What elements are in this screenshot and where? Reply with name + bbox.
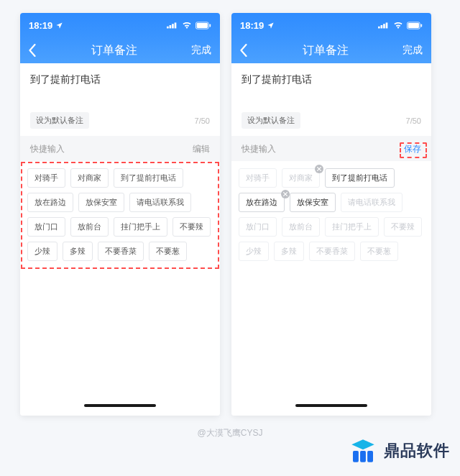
set-default-button[interactable]: 设为默认备注 [242, 112, 300, 129]
quick-tag[interactable]: 放保安室 [78, 193, 124, 212]
page-title: 订单备注 [91, 43, 137, 58]
edit-button[interactable]: 编辑 [193, 143, 210, 155]
signal-icon [378, 22, 390, 29]
brand-logo: 鼎品软件 [348, 436, 450, 466]
nav-bar: 订单备注 完成 [231, 37, 431, 63]
quick-input-label: 快捷输入 [242, 143, 276, 155]
quick-tag[interactable]: 少辣 [239, 242, 269, 261]
quick-tag[interactable]: 放在路边 [239, 193, 285, 212]
page-title: 订单备注 [303, 43, 349, 58]
brand-icon [348, 436, 378, 466]
wifi-icon [393, 22, 403, 29]
status-bar: 18:19 [20, 13, 220, 37]
remove-tag-icon[interactable] [281, 190, 290, 198]
svg-rect-14 [353, 451, 359, 462]
quick-tag[interactable]: 放门口 [239, 217, 277, 237]
remove-tag-icon[interactable] [315, 165, 323, 173]
done-button[interactable]: 完成 [402, 44, 423, 57]
home-indicator[interactable] [295, 404, 367, 407]
svg-rect-1 [170, 25, 172, 28]
quick-tag[interactable]: 多辣 [63, 242, 93, 261]
home-indicator[interactable] [84, 404, 156, 407]
quick-tag[interactable]: 挂门把手上 [114, 217, 167, 237]
quick-tags-panel: 对骑手对商家到了提前打电话放在路边放保安室请电话联系我放门口放前台挂门把手上不要… [231, 161, 431, 270]
quick-tag[interactable]: 对商家 [282, 168, 320, 188]
quick-tag[interactable]: 请电话联系我 [341, 193, 402, 212]
svg-rect-6 [209, 24, 211, 27]
quick-tags-panel: 对骑手对商家到了提前打电话放在路边放保安室请电话联系我放门口放前台挂门把手上不要… [20, 161, 220, 270]
note-text: 到了提前打电话 [242, 73, 421, 108]
svg-rect-2 [172, 24, 174, 28]
location-arrow-icon [267, 22, 275, 29]
quick-tag[interactable]: 多辣 [274, 242, 304, 261]
note-text: 到了提前打电话 [30, 73, 210, 108]
nav-bar: 订单备注 完成 [20, 37, 220, 63]
quick-tag[interactable]: 放在路边 [27, 193, 73, 212]
svg-rect-12 [408, 23, 419, 28]
quick-tag[interactable]: 对商家 [70, 168, 109, 188]
quick-tag[interactable]: 对骑手 [27, 168, 65, 188]
note-area[interactable]: 到了提前打电话 设为默认备注 7/50 [20, 63, 220, 136]
wifi-icon [182, 22, 192, 29]
svg-rect-15 [360, 451, 366, 462]
battery-icon [407, 22, 423, 29]
quick-tag[interactable]: 不要葱 [360, 242, 398, 261]
status-time: 18:19 [29, 20, 52, 31]
location-arrow-icon [55, 22, 63, 29]
status-bar: 18:19 [231, 13, 431, 37]
phone-screenshot-right: 18:19 订单备注 完成 到了提前打电话 设为默认备注 7/50 [231, 13, 431, 416]
svg-rect-13 [420, 24, 422, 27]
quick-tag[interactable]: 放前台 [282, 217, 320, 237]
quick-tag[interactable]: 对骑手 [239, 168, 277, 188]
back-icon[interactable] [240, 44, 248, 57]
svg-rect-7 [378, 27, 380, 29]
quick-tag[interactable]: 不要葱 [149, 242, 187, 261]
brand-text: 鼎品软件 [384, 440, 450, 462]
signal-icon [167, 22, 178, 29]
quick-tag[interactable]: 不要香菜 [98, 242, 144, 261]
quick-tag[interactable]: 不要香菜 [309, 242, 355, 261]
quick-tag[interactable]: 到了提前打电话 [114, 168, 183, 188]
char-count: 7/50 [406, 116, 421, 125]
svg-rect-0 [167, 27, 169, 29]
save-button[interactable]: 保存 [404, 143, 421, 155]
phone-screenshot-left: 18:19 订单备注 完成 到了提前打电话 设为默认备注 7/50 [20, 13, 220, 416]
quick-tag[interactable]: 放前台 [70, 217, 109, 237]
home-indicator-area [20, 395, 220, 416]
quick-input-label: 快捷输入 [30, 143, 65, 155]
note-area[interactable]: 到了提前打电话 设为默认备注 7/50 [231, 63, 431, 136]
back-icon[interactable] [29, 44, 37, 57]
svg-rect-8 [381, 25, 383, 28]
quick-tag[interactable]: 挂门把手上 [325, 217, 379, 237]
quick-tag[interactable]: 少辣 [27, 242, 58, 261]
battery-icon [196, 22, 211, 29]
quick-tag[interactable]: 请电话联系我 [129, 193, 191, 212]
home-indicator-area [231, 395, 431, 416]
quick-tag[interactable]: 不要辣 [172, 217, 211, 237]
done-button[interactable]: 完成 [191, 44, 211, 57]
quick-tag[interactable]: 放保安室 [290, 193, 336, 212]
svg-rect-5 [197, 23, 208, 28]
svg-rect-9 [383, 24, 385, 28]
quick-tag[interactable]: 放门口 [27, 217, 65, 237]
status-time: 18:19 [240, 20, 264, 31]
quick-tag[interactable]: 到了提前打电话 [325, 168, 395, 188]
svg-rect-3 [175, 22, 177, 28]
quick-tag[interactable]: 不要辣 [384, 217, 422, 237]
svg-rect-10 [386, 22, 388, 28]
char-count: 7/50 [195, 116, 210, 125]
svg-rect-16 [367, 451, 373, 462]
set-default-button[interactable]: 设为默认备注 [30, 112, 89, 129]
